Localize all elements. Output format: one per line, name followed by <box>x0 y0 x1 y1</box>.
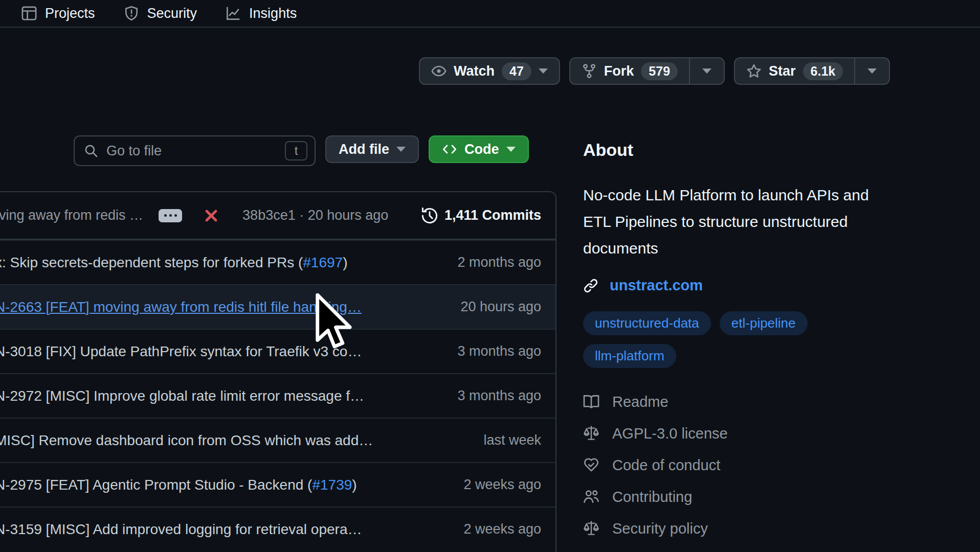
row-time: 3 months ago <box>457 388 541 404</box>
file-row: MISC] Remove dashboard icon from OSS whi… <box>0 418 555 462</box>
star-button-group: Star 6.1k <box>734 57 890 85</box>
commit-message-text[interactable]: MISC] Remove dashboard icon from OSS whi… <box>0 432 373 448</box>
commit-message-text[interactable]: N-3159 [MISC] Add improved logging for r… <box>0 521 362 537</box>
add-file-button[interactable]: Add file <box>325 135 419 163</box>
topics-list: unstructured-data etl-pipeline llm-platf… <box>583 311 870 368</box>
pr-link[interactable]: #1739 <box>312 477 352 493</box>
code-icon <box>442 142 457 157</box>
row-commit-message: N-3018 [FIX] Update PathPrefix syntax fo… <box>0 343 362 360</box>
commit-link-hovered[interactable]: N-2663 [FEAT] moving away from redis hit… <box>0 299 362 315</box>
readme-link[interactable]: Readme <box>583 392 870 412</box>
star-label: Star <box>769 63 796 79</box>
chevron-down-icon <box>702 68 711 74</box>
topic-tag[interactable]: etl-pipeline <box>720 311 808 335</box>
commit-history-link[interactable]: 1,411 Commits <box>421 207 541 224</box>
row-commit-message: N-2972 [MISC] Improve global rate limit … <box>0 388 364 404</box>
go-to-file-input[interactable]: Go to file t <box>74 135 316 166</box>
repo-action-buttons: Watch 47 Fork 579 <box>419 57 890 85</box>
row-commit-message: N-3159 [MISC] Add improved logging for r… <box>0 521 362 538</box>
repo-tab-nav: Projects Security Insights <box>0 0 980 28</box>
about-sidebar: About No-code LLM Platform to launch API… <box>583 139 870 539</box>
graph-icon <box>226 6 241 21</box>
fork-dropdown-button[interactable] <box>689 57 725 85</box>
failed-check-icon[interactable] <box>204 208 219 223</box>
fork-label: Fork <box>604 63 634 79</box>
website-row: unstract.com <box>583 277 870 294</box>
law-icon <box>583 425 599 442</box>
commit-message-text[interactable]: N-2972 [MISC] Improve global rate limit … <box>0 388 364 404</box>
about-link-label: Contributing <box>612 489 692 505</box>
star-count: 6.1k <box>803 62 843 80</box>
about-link-label: AGPL-3.0 license <box>612 425 728 442</box>
commit-sha-time: 38b3ce1 · 20 hours ago <box>242 208 388 223</box>
tab-label: Projects <box>45 6 95 21</box>
eye-icon <box>431 63 447 79</box>
row-commit-message: MISC] Remove dashboard icon from OSS whi… <box>0 432 373 449</box>
file-row: N-2972 [MISC] Improve global rate limit … <box>0 373 555 418</box>
commit-message-text[interactable]: x: Skip secrets-dependent steps for fork… <box>0 255 303 270</box>
star-button[interactable]: Star 6.1k <box>734 57 854 85</box>
commit-message-link[interactable]: ving away from redis … <box>0 208 143 223</box>
topic-tag[interactable]: unstructured-data <box>583 311 711 335</box>
chevron-down-icon <box>867 68 877 74</box>
latest-commit-bar: ving away from redis … 38b3ce1 · 20 hour… <box>0 192 555 240</box>
law-icon <box>583 520 599 537</box>
fork-icon <box>582 63 597 79</box>
chevron-down-icon <box>506 147 516 152</box>
file-table: ving away from redis … 38b3ce1 · 20 hour… <box>0 191 556 552</box>
file-row-hovered: N-2663 [FEAT] moving away from redis hit… <box>0 284 555 329</box>
topic-tag[interactable]: llm-platform <box>583 344 676 368</box>
chevron-down-icon <box>539 68 548 74</box>
shortcut-key-badge: t <box>285 141 307 160</box>
row-commit-message: N-2975 [FEAT] Agentic Prompt Studio - Ba… <box>0 477 357 493</box>
about-title: About <box>583 139 870 160</box>
commit-ellipsis-button[interactable] <box>159 209 182 222</box>
website-link[interactable]: unstract.com <box>610 277 703 294</box>
book-icon <box>583 394 599 410</box>
about-link-label: Readme <box>612 394 669 410</box>
tab-insights[interactable]: Insights <box>226 6 297 21</box>
fork-count: 579 <box>641 62 678 80</box>
watch-count: 47 <box>502 62 531 80</box>
tab-label: Insights <box>249 6 297 21</box>
security-policy-link[interactable]: Security policy <box>583 518 870 539</box>
contributing-link[interactable]: Contributing <box>583 487 870 507</box>
search-icon <box>84 144 98 158</box>
commit-message-text[interactable]: N-2975 [FEAT] Agentic Prompt Studio - Ba… <box>0 477 312 493</box>
fork-button-group: Fork 579 <box>569 57 725 85</box>
code-button[interactable]: Code <box>429 135 529 163</box>
row-time: 2 weeks ago <box>463 477 541 493</box>
commit-sha-link[interactable]: 38b3ce1 <box>242 208 296 223</box>
row-time: 20 hours ago <box>460 299 541 315</box>
add-file-label: Add file <box>339 142 389 157</box>
watch-button[interactable]: Watch 47 <box>419 57 560 85</box>
tab-projects[interactable]: Projects <box>21 6 95 21</box>
file-row: x: Skip secrets-dependent steps for fork… <box>0 240 555 284</box>
row-time: 2 months ago <box>457 255 541 270</box>
about-link-label: Code of conduct <box>612 457 720 474</box>
fork-button[interactable]: Fork 579 <box>569 57 689 85</box>
commits-count: 1,411 Commits <box>444 208 541 223</box>
commit-time: 20 hours ago <box>308 208 389 223</box>
pr-link[interactable]: #1697 <box>303 255 343 270</box>
star-dropdown-button[interactable] <box>854 57 890 85</box>
github-repo-page: Projects Security Insights <box>0 0 980 552</box>
about-link-label: Security policy <box>612 520 708 537</box>
star-icon <box>746 63 762 79</box>
repo-description: No-code LLM Platform to launch APIs and … <box>583 182 870 262</box>
file-toolbar: Go to file t Add file Code <box>74 135 529 166</box>
license-link[interactable]: AGPL-3.0 license <box>583 423 870 444</box>
heart-handshake-icon <box>583 457 599 473</box>
code-of-conduct-link[interactable]: Code of conduct <box>583 455 870 475</box>
tab-label: Security <box>147 6 197 21</box>
row-time: last week <box>483 432 541 448</box>
file-row: N-3018 [FIX] Update PathPrefix syntax fo… <box>0 329 555 373</box>
tab-security[interactable]: Security <box>124 6 197 21</box>
about-links: Readme AGPL-3.0 license <box>583 392 870 539</box>
chevron-down-icon <box>396 147 406 152</box>
commit-message-text[interactable]: N-3018 [FIX] Update PathPrefix syntax fo… <box>0 343 362 359</box>
people-icon <box>583 489 599 505</box>
history-icon <box>421 207 438 224</box>
row-commit-message: x: Skip secrets-dependent steps for fork… <box>0 255 347 271</box>
watch-label: Watch <box>454 63 495 79</box>
